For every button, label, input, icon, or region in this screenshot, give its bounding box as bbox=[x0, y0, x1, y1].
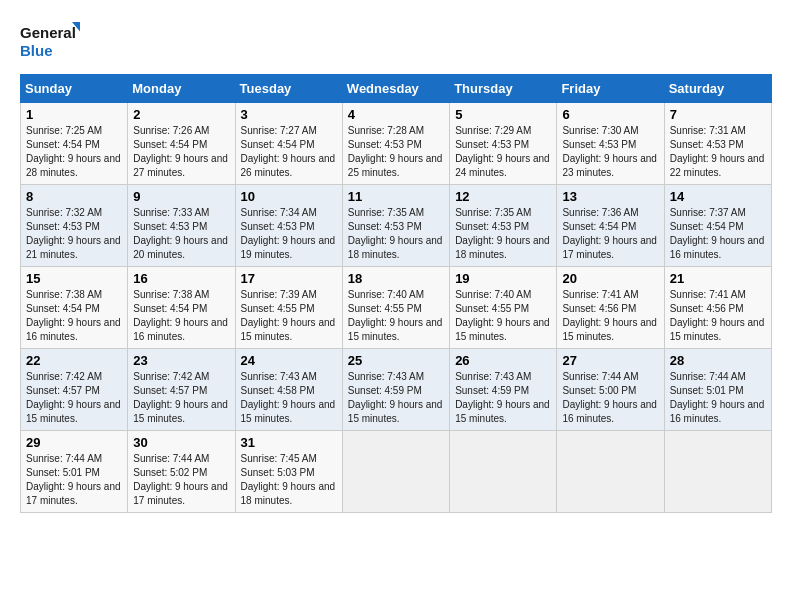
day-number: 1 bbox=[26, 107, 122, 122]
day-info: Sunrise: 7:44 AMSunset: 5:02 PMDaylight:… bbox=[133, 452, 229, 508]
calendar-day-cell: 23Sunrise: 7:42 AMSunset: 4:57 PMDayligh… bbox=[128, 349, 235, 431]
day-number: 20 bbox=[562, 271, 658, 286]
day-number: 15 bbox=[26, 271, 122, 286]
calendar-day-cell: 22Sunrise: 7:42 AMSunset: 4:57 PMDayligh… bbox=[21, 349, 128, 431]
day-number: 24 bbox=[241, 353, 337, 368]
calendar-week-row: 1Sunrise: 7:25 AMSunset: 4:54 PMDaylight… bbox=[21, 103, 772, 185]
calendar-day-cell: 13Sunrise: 7:36 AMSunset: 4:54 PMDayligh… bbox=[557, 185, 664, 267]
day-info: Sunrise: 7:30 AMSunset: 4:53 PMDaylight:… bbox=[562, 124, 658, 180]
calendar-day-cell: 18Sunrise: 7:40 AMSunset: 4:55 PMDayligh… bbox=[342, 267, 449, 349]
day-info: Sunrise: 7:41 AMSunset: 4:56 PMDaylight:… bbox=[562, 288, 658, 344]
weekday-header: Sunday bbox=[21, 75, 128, 103]
day-info: Sunrise: 7:31 AMSunset: 4:53 PMDaylight:… bbox=[670, 124, 766, 180]
calendar-day-cell: 16Sunrise: 7:38 AMSunset: 4:54 PMDayligh… bbox=[128, 267, 235, 349]
calendar-day-cell: 11Sunrise: 7:35 AMSunset: 4:53 PMDayligh… bbox=[342, 185, 449, 267]
day-info: Sunrise: 7:38 AMSunset: 4:54 PMDaylight:… bbox=[133, 288, 229, 344]
calendar-day-cell: 3Sunrise: 7:27 AMSunset: 4:54 PMDaylight… bbox=[235, 103, 342, 185]
calendar-day-cell: 10Sunrise: 7:34 AMSunset: 4:53 PMDayligh… bbox=[235, 185, 342, 267]
weekday-header: Thursday bbox=[450, 75, 557, 103]
calendar-day-cell: 14Sunrise: 7:37 AMSunset: 4:54 PMDayligh… bbox=[664, 185, 771, 267]
calendar-week-row: 8Sunrise: 7:32 AMSunset: 4:53 PMDaylight… bbox=[21, 185, 772, 267]
calendar-day-cell bbox=[450, 431, 557, 513]
day-number: 29 bbox=[26, 435, 122, 450]
calendar-day-cell: 5Sunrise: 7:29 AMSunset: 4:53 PMDaylight… bbox=[450, 103, 557, 185]
day-number: 19 bbox=[455, 271, 551, 286]
day-info: Sunrise: 7:29 AMSunset: 4:53 PMDaylight:… bbox=[455, 124, 551, 180]
weekday-header: Monday bbox=[128, 75, 235, 103]
calendar-week-row: 15Sunrise: 7:38 AMSunset: 4:54 PMDayligh… bbox=[21, 267, 772, 349]
day-info: Sunrise: 7:25 AMSunset: 4:54 PMDaylight:… bbox=[26, 124, 122, 180]
day-number: 6 bbox=[562, 107, 658, 122]
day-number: 14 bbox=[670, 189, 766, 204]
calendar-day-cell: 24Sunrise: 7:43 AMSunset: 4:58 PMDayligh… bbox=[235, 349, 342, 431]
day-info: Sunrise: 7:32 AMSunset: 4:53 PMDaylight:… bbox=[26, 206, 122, 262]
calendar-day-cell bbox=[664, 431, 771, 513]
day-info: Sunrise: 7:44 AMSunset: 5:01 PMDaylight:… bbox=[670, 370, 766, 426]
day-info: Sunrise: 7:35 AMSunset: 4:53 PMDaylight:… bbox=[455, 206, 551, 262]
day-info: Sunrise: 7:27 AMSunset: 4:54 PMDaylight:… bbox=[241, 124, 337, 180]
day-info: Sunrise: 7:43 AMSunset: 4:58 PMDaylight:… bbox=[241, 370, 337, 426]
day-info: Sunrise: 7:38 AMSunset: 4:54 PMDaylight:… bbox=[26, 288, 122, 344]
day-info: Sunrise: 7:40 AMSunset: 4:55 PMDaylight:… bbox=[455, 288, 551, 344]
calendar-table: SundayMondayTuesdayWednesdayThursdayFrid… bbox=[20, 74, 772, 513]
day-number: 2 bbox=[133, 107, 229, 122]
calendar-day-cell: 15Sunrise: 7:38 AMSunset: 4:54 PMDayligh… bbox=[21, 267, 128, 349]
calendar-day-cell: 27Sunrise: 7:44 AMSunset: 5:00 PMDayligh… bbox=[557, 349, 664, 431]
day-info: Sunrise: 7:45 AMSunset: 5:03 PMDaylight:… bbox=[241, 452, 337, 508]
day-number: 17 bbox=[241, 271, 337, 286]
day-number: 8 bbox=[26, 189, 122, 204]
day-info: Sunrise: 7:40 AMSunset: 4:55 PMDaylight:… bbox=[348, 288, 444, 344]
calendar-day-cell: 12Sunrise: 7:35 AMSunset: 4:53 PMDayligh… bbox=[450, 185, 557, 267]
calendar-day-cell: 26Sunrise: 7:43 AMSunset: 4:59 PMDayligh… bbox=[450, 349, 557, 431]
calendar-day-cell: 4Sunrise: 7:28 AMSunset: 4:53 PMDaylight… bbox=[342, 103, 449, 185]
svg-text:Blue: Blue bbox=[20, 42, 53, 59]
calendar-week-row: 29Sunrise: 7:44 AMSunset: 5:01 PMDayligh… bbox=[21, 431, 772, 513]
day-number: 10 bbox=[241, 189, 337, 204]
day-info: Sunrise: 7:37 AMSunset: 4:54 PMDaylight:… bbox=[670, 206, 766, 262]
day-number: 5 bbox=[455, 107, 551, 122]
calendar-day-cell bbox=[557, 431, 664, 513]
day-info: Sunrise: 7:36 AMSunset: 4:54 PMDaylight:… bbox=[562, 206, 658, 262]
day-number: 11 bbox=[348, 189, 444, 204]
day-info: Sunrise: 7:43 AMSunset: 4:59 PMDaylight:… bbox=[455, 370, 551, 426]
calendar-day-cell: 1Sunrise: 7:25 AMSunset: 4:54 PMDaylight… bbox=[21, 103, 128, 185]
calendar-day-cell: 28Sunrise: 7:44 AMSunset: 5:01 PMDayligh… bbox=[664, 349, 771, 431]
day-number: 28 bbox=[670, 353, 766, 368]
weekday-header: Wednesday bbox=[342, 75, 449, 103]
day-number: 9 bbox=[133, 189, 229, 204]
weekday-header: Saturday bbox=[664, 75, 771, 103]
day-number: 22 bbox=[26, 353, 122, 368]
day-number: 4 bbox=[348, 107, 444, 122]
calendar-day-cell: 19Sunrise: 7:40 AMSunset: 4:55 PMDayligh… bbox=[450, 267, 557, 349]
calendar-day-cell: 25Sunrise: 7:43 AMSunset: 4:59 PMDayligh… bbox=[342, 349, 449, 431]
day-info: Sunrise: 7:41 AMSunset: 4:56 PMDaylight:… bbox=[670, 288, 766, 344]
calendar-day-cell: 7Sunrise: 7:31 AMSunset: 4:53 PMDaylight… bbox=[664, 103, 771, 185]
day-info: Sunrise: 7:39 AMSunset: 4:55 PMDaylight:… bbox=[241, 288, 337, 344]
calendar-day-cell: 8Sunrise: 7:32 AMSunset: 4:53 PMDaylight… bbox=[21, 185, 128, 267]
day-number: 21 bbox=[670, 271, 766, 286]
calendar-day-cell bbox=[342, 431, 449, 513]
day-info: Sunrise: 7:42 AMSunset: 4:57 PMDaylight:… bbox=[26, 370, 122, 426]
day-number: 12 bbox=[455, 189, 551, 204]
header: General Blue bbox=[20, 20, 772, 64]
day-info: Sunrise: 7:44 AMSunset: 5:01 PMDaylight:… bbox=[26, 452, 122, 508]
calendar-day-cell: 30Sunrise: 7:44 AMSunset: 5:02 PMDayligh… bbox=[128, 431, 235, 513]
day-info: Sunrise: 7:33 AMSunset: 4:53 PMDaylight:… bbox=[133, 206, 229, 262]
calendar-header-row: SundayMondayTuesdayWednesdayThursdayFrid… bbox=[21, 75, 772, 103]
day-number: 7 bbox=[670, 107, 766, 122]
day-number: 18 bbox=[348, 271, 444, 286]
day-info: Sunrise: 7:26 AMSunset: 4:54 PMDaylight:… bbox=[133, 124, 229, 180]
weekday-header: Tuesday bbox=[235, 75, 342, 103]
calendar-day-cell: 6Sunrise: 7:30 AMSunset: 4:53 PMDaylight… bbox=[557, 103, 664, 185]
calendar-week-row: 22Sunrise: 7:42 AMSunset: 4:57 PMDayligh… bbox=[21, 349, 772, 431]
calendar-day-cell: 2Sunrise: 7:26 AMSunset: 4:54 PMDaylight… bbox=[128, 103, 235, 185]
calendar-day-cell: 31Sunrise: 7:45 AMSunset: 5:03 PMDayligh… bbox=[235, 431, 342, 513]
svg-text:General: General bbox=[20, 24, 76, 41]
day-number: 3 bbox=[241, 107, 337, 122]
weekday-header: Friday bbox=[557, 75, 664, 103]
day-number: 23 bbox=[133, 353, 229, 368]
calendar-day-cell: 29Sunrise: 7:44 AMSunset: 5:01 PMDayligh… bbox=[21, 431, 128, 513]
day-number: 30 bbox=[133, 435, 229, 450]
calendar-day-cell: 20Sunrise: 7:41 AMSunset: 4:56 PMDayligh… bbox=[557, 267, 664, 349]
day-number: 31 bbox=[241, 435, 337, 450]
